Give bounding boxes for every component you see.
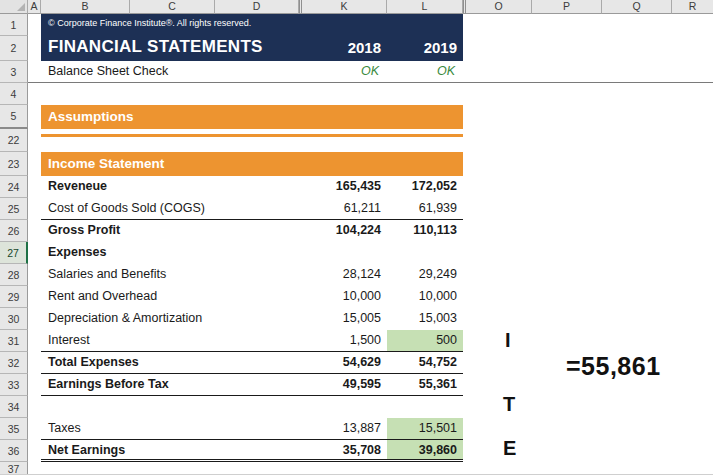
cell-2019[interactable]: 15,003: [387, 308, 463, 330]
row-header-1[interactable]: 1: [0, 14, 28, 36]
table-row-taxes[interactable]: Taxes 13,887 15,501: [41, 418, 463, 440]
cell-2019[interactable]: 29,249: [387, 264, 463, 286]
row-header-2[interactable]: 2: [0, 36, 28, 61]
row-header-36[interactable]: 36: [0, 440, 28, 462]
cell-2019-highlighted[interactable]: 39,860: [387, 440, 463, 459]
cell-2018[interactable]: [302, 242, 387, 264]
annotation-letter-e: E: [503, 437, 516, 460]
column-header-o[interactable]: O: [466, 0, 532, 14]
column-header-b[interactable]: B: [41, 0, 130, 14]
balance-check-label[interactable]: Balance Sheet Check: [48, 64, 168, 78]
cell-2019[interactable]: [387, 242, 463, 264]
row-header-3[interactable]: 3: [0, 61, 28, 83]
row-label: Salaries and Benefits: [41, 264, 302, 286]
assumptions-section-header[interactable]: Assumptions: [41, 105, 463, 129]
cell-2018[interactable]: [302, 396, 387, 418]
cell-2019[interactable]: 55,361: [387, 374, 463, 395]
column-header-d[interactable]: D: [215, 0, 299, 14]
year-2018-header[interactable]: 2018: [348, 39, 381, 56]
assumptions-section-underline: [41, 134, 463, 137]
cell-2018[interactable]: 49,595: [302, 374, 387, 395]
column-header-q[interactable]: Q: [602, 0, 672, 14]
column-header-l[interactable]: L: [387, 0, 463, 14]
annotation-letter-i: I: [505, 329, 511, 352]
select-all-corner[interactable]: [0, 0, 28, 14]
column-header-strip: A B C D K L O P Q R: [0, 0, 713, 14]
row-header-25[interactable]: 25: [0, 198, 28, 220]
income-statement-section-header[interactable]: Income Statement: [41, 152, 463, 176]
table-row-gross-profit[interactable]: Gross Profit 104,224 110,113: [41, 220, 463, 242]
row-header-28[interactable]: 28: [0, 264, 28, 286]
table-row-interest[interactable]: Interest 1,500 500: [41, 330, 463, 352]
copyright-text: © Corporate Finance Institute®. All righ…: [48, 18, 251, 28]
table-row-rent[interactable]: Rent and Overhead 10,000 10,000: [41, 286, 463, 308]
row-header-29[interactable]: 29: [0, 286, 28, 308]
row-header-31[interactable]: 31: [0, 330, 28, 352]
cell-2019-highlighted[interactable]: 15,501: [387, 418, 463, 439]
header-divider-line: [28, 82, 713, 83]
row-header-23[interactable]: 23: [0, 152, 28, 176]
annotation-letter-t: T: [503, 393, 515, 416]
cell-2018[interactable]: 165,435: [302, 176, 387, 198]
row-header-27[interactable]: 27: [0, 242, 28, 264]
table-row-depreciation[interactable]: Depreciation & Amortization 15,005 15,00…: [41, 308, 463, 330]
column-header-k[interactable]: K: [302, 0, 387, 14]
income-statement-table: Reveneue 165,435 172,052 Cost of Goods S…: [41, 176, 463, 462]
cell-2019[interactable]: 61,939: [387, 198, 463, 219]
table-row-cogs[interactable]: Cost of Goods Sold (COGS) 61,211 61,939: [41, 198, 463, 220]
row-header-5[interactable]: 5: [0, 105, 28, 129]
cell-2019[interactable]: 110,113: [387, 220, 463, 242]
cell-2019-highlighted[interactable]: 500: [387, 330, 463, 351]
table-row-salaries[interactable]: Salaries and Benefits 28,124 29,249: [41, 264, 463, 286]
cell-2018[interactable]: 10,000: [302, 286, 387, 308]
row-label: Interest: [41, 330, 302, 351]
table-row-revenue[interactable]: Reveneue 165,435 172,052: [41, 176, 463, 198]
row-label: Expenses: [41, 242, 302, 264]
row-header-32[interactable]: 32: [0, 352, 28, 374]
table-row-net-earnings[interactable]: Net Earnings 35,708 39,860: [41, 440, 463, 462]
row-label: Reveneue: [41, 176, 302, 198]
balance-check-2018[interactable]: OK: [361, 64, 379, 78]
cell-2018[interactable]: 54,629: [302, 352, 387, 373]
column-header-a[interactable]: A: [28, 0, 41, 14]
row-header-22[interactable]: 22: [0, 129, 28, 152]
table-row-earnings-before-tax[interactable]: Earnings Before Tax 49,595 55,361: [41, 374, 463, 396]
row-header-33[interactable]: 33: [0, 374, 28, 396]
row-label: Depreciation & Amortization: [41, 308, 302, 330]
cell-2019[interactable]: 54,752: [387, 352, 463, 373]
cell-2019[interactable]: [387, 396, 463, 418]
title-banner[interactable]: © Corporate Finance Institute®. All righ…: [41, 14, 463, 61]
cell-2018[interactable]: 61,211: [302, 198, 387, 219]
year-2019-header[interactable]: 2019: [424, 39, 457, 56]
balance-check-row: Balance Sheet Check OK OK: [41, 61, 463, 83]
cell-2018[interactable]: 1,500: [302, 330, 387, 351]
table-row-expenses-heading[interactable]: Expenses: [41, 242, 463, 264]
column-header-r[interactable]: R: [672, 0, 713, 14]
excel-spreadsheet: A B C D K L O P Q R 1 2 3 4 5 22 23 24 2…: [0, 0, 713, 475]
row-header-4[interactable]: 4: [0, 83, 28, 105]
corner-triangle-icon: [17, 3, 25, 11]
annotation-formula-value: =55,861: [566, 352, 661, 381]
row-header-37[interactable]: 37: [0, 462, 28, 475]
row-label: Total Expenses: [41, 352, 302, 373]
row-header-24[interactable]: 24: [0, 176, 28, 198]
row-header-30[interactable]: 30: [0, 308, 28, 330]
balance-check-2019[interactable]: OK: [437, 64, 455, 78]
sheet-title: FINANCIAL STATEMENTS: [48, 37, 263, 57]
cell-2018[interactable]: 104,224: [302, 220, 387, 242]
cell-2018[interactable]: 13,887: [302, 418, 387, 439]
row-header-34[interactable]: 34: [0, 396, 28, 418]
row-label: Gross Profit: [41, 220, 302, 242]
cell-2019[interactable]: 10,000: [387, 286, 463, 308]
row-label: Earnings Before Tax: [41, 374, 302, 395]
column-header-c[interactable]: C: [130, 0, 215, 14]
cell-2018[interactable]: 15,005: [302, 308, 387, 330]
row-header-35[interactable]: 35: [0, 418, 28, 440]
row-header-26[interactable]: 26: [0, 220, 28, 242]
column-header-p[interactable]: P: [532, 0, 602, 14]
cell-2018[interactable]: 28,124: [302, 264, 387, 286]
table-row-blank[interactable]: [41, 396, 463, 418]
cell-2018[interactable]: 35,708: [302, 440, 387, 459]
table-row-total-expenses[interactable]: Total Expenses 54,629 54,752: [41, 352, 463, 374]
cell-2019[interactable]: 172,052: [387, 176, 463, 198]
